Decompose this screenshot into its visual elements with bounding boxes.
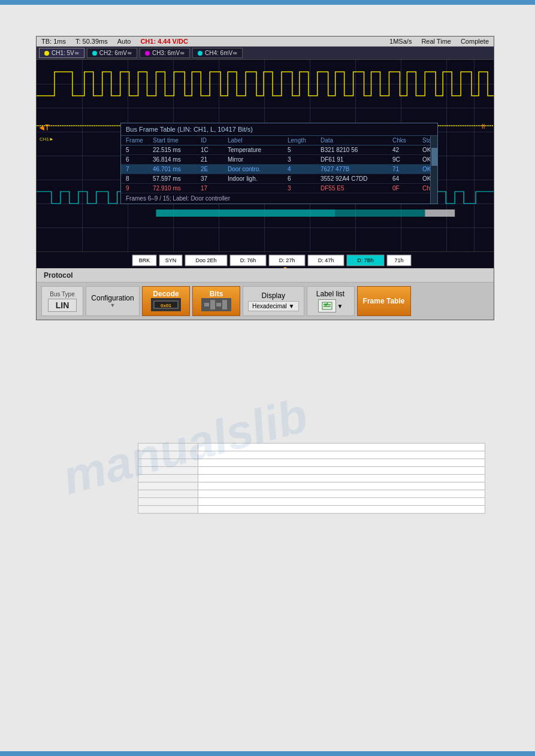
channel-tabs: CH1: 5V≃ CH2: 6mV≃ CH3: 6mV≃ CH4: 6mV≃ bbox=[37, 47, 494, 60]
svg-rect-5 bbox=[425, 210, 455, 217]
bus-table-title: Bus Frame Table (LIN: CH1, L, 10417 Bit/… bbox=[121, 123, 437, 136]
svg-text:BRK: BRK bbox=[139, 257, 150, 263]
svg-rect-4 bbox=[335, 210, 425, 217]
ch3-dot bbox=[145, 51, 150, 56]
bus-frame-table: Bus Frame Table (LIN: CH1, L, 10417 Bit/… bbox=[120, 123, 438, 204]
svg-rect-28 bbox=[216, 303, 221, 306]
data-table bbox=[138, 443, 485, 514]
table-row bbox=[138, 459, 485, 467]
table-row bbox=[138, 444, 485, 451]
decode-label: Decode bbox=[153, 290, 179, 298]
bottom-bar bbox=[0, 751, 535, 756]
decode-area: BRK SYN Doo 2Eh D: 76h D: 27h D: 47h D: … bbox=[37, 251, 494, 268]
display-button[interactable]: Display Hexadecimal ▼ bbox=[243, 286, 304, 316]
ch2-dot bbox=[92, 51, 97, 56]
t-label: T: 50.39ms bbox=[75, 38, 108, 45]
bus-table-footer: Frames 6–9 / 15; Label: Door controller bbox=[121, 193, 437, 204]
svg-text:D: 7Bh: D: 7Bh bbox=[357, 257, 374, 263]
table-row: 6 36.814 ms 21 Mirror 3 DF61 91 9C OK bbox=[121, 155, 437, 165]
svg-text:0x01: 0x01 bbox=[161, 303, 171, 308]
bus-table-header: Frame Start time ID Label Length Data Ch… bbox=[121, 136, 437, 145]
svg-text:II: II bbox=[482, 123, 485, 130]
mode-label: Auto bbox=[117, 38, 131, 45]
ch2-tab[interactable]: CH2: 6mV≃ bbox=[87, 48, 137, 58]
ch3-tab-label: CH3: 6mV≃ bbox=[152, 50, 185, 56]
time-mode: Real Time bbox=[421, 38, 451, 45]
frame-table-label: Frame Table bbox=[363, 297, 405, 305]
table-row-highlighted: 7 46.701 ms 2E Door contro. 4 7627 477B … bbox=[121, 165, 437, 174]
waveform-area: ◄T CH1► II ◄T Bus Frame Table (LIN: CH1,… bbox=[37, 60, 494, 251]
protocol-label: Protocol bbox=[37, 268, 494, 283]
table-section bbox=[138, 443, 485, 514]
table-row bbox=[138, 451, 485, 459]
frame-table-button[interactable]: Frame Table bbox=[357, 286, 411, 316]
label-list-arrow: ▼ bbox=[337, 303, 343, 309]
ch1-tab-label: CH1: 5V≃ bbox=[52, 50, 79, 56]
label-list-icon-area: ▼ bbox=[318, 299, 343, 312]
status-bar: TB: 1ms T: 50.39ms Auto CH1: 4.44 V/DC 1… bbox=[37, 37, 494, 47]
svg-rect-29 bbox=[222, 300, 227, 309]
bits-button[interactable]: Bits bbox=[192, 286, 240, 316]
protocol-buttons: Bus Type LIN Configuration ▼ Decode 0x01 bbox=[37, 283, 494, 320]
svg-text:D: 76h: D: 76h bbox=[240, 257, 256, 263]
ch4-dot bbox=[198, 51, 202, 56]
bus-type-label: Bus Type bbox=[50, 291, 75, 297]
decode-icon: 0x01 bbox=[151, 298, 181, 311]
table-row bbox=[138, 475, 485, 482]
table-row bbox=[138, 467, 485, 475]
sample-rate: 1MSa/s bbox=[389, 38, 412, 45]
label-list-label: Label list bbox=[316, 290, 344, 298]
configuration-label: Configuration bbox=[91, 294, 134, 302]
svg-rect-26 bbox=[204, 303, 209, 306]
table-scrollbar[interactable] bbox=[430, 136, 437, 204]
display-value: Hexadecimal ▼ bbox=[248, 301, 299, 311]
ch1-tab[interactable]: CH1: 5V≃ bbox=[39, 48, 84, 58]
table-row: 5 22.515 ms 1C Temperature 5 B321 8210 5… bbox=[121, 145, 437, 155]
ch4-tab[interactable]: CH4: 6mV≃ bbox=[192, 48, 243, 58]
bus-type-button[interactable]: Bus Type LIN bbox=[41, 286, 83, 316]
decode-svg: BRK SYN Doo 2Eh D: 76h D: 27h D: 47h D: … bbox=[37, 252, 495, 269]
svg-text:D: 47h: D: 47h bbox=[318, 257, 334, 263]
ch4-tab-label: CH4: 6mV≃ bbox=[205, 50, 237, 56]
table-row: 8 57.597 ms 37 Indoor ligh. 6 3552 92A4 … bbox=[121, 174, 437, 184]
svg-text:CH1►: CH1► bbox=[40, 136, 54, 142]
bits-icon bbox=[201, 298, 231, 311]
ch3-tab[interactable]: CH3: 6mV≃ bbox=[140, 48, 190, 58]
status-label: Complete bbox=[461, 38, 489, 45]
ch1-dot bbox=[44, 51, 49, 56]
bits-label: Bits bbox=[210, 290, 223, 298]
ch2-tab-label: CH2: 6mV≃ bbox=[99, 50, 132, 56]
decode-button[interactable]: Decode 0x01 bbox=[142, 286, 190, 316]
svg-text:71h: 71h bbox=[394, 257, 403, 263]
protocol-panel: Protocol Bus Type LIN Configuration ▼ De… bbox=[37, 268, 494, 320]
oscilloscope-panel: TB: 1ms T: 50.39ms Auto CH1: 4.44 V/DC 1… bbox=[36, 36, 494, 320]
label-list-button[interactable]: Label list ▼ bbox=[307, 286, 355, 316]
scrollbar-thumb bbox=[431, 148, 437, 166]
svg-text:D: 27h: D: 27h bbox=[279, 257, 295, 263]
svg-text:SYN: SYN bbox=[165, 257, 177, 263]
config-arrow: ▼ bbox=[110, 302, 116, 308]
table-row bbox=[138, 482, 485, 490]
bus-type-value: LIN bbox=[48, 299, 77, 312]
top-bar bbox=[0, 0, 535, 5]
table-row bbox=[138, 498, 485, 506]
svg-rect-27 bbox=[210, 300, 215, 309]
tb-label: TB: 1ms bbox=[41, 38, 66, 45]
display-label: Display bbox=[262, 292, 285, 300]
table-row bbox=[138, 490, 485, 498]
ch1-value: CH1: 4.44 V/DC bbox=[140, 38, 188, 45]
label-list-icon bbox=[318, 299, 336, 312]
table-row-error: 9 72.910 ms 17 3 DF55 E5 0F Chks bbox=[121, 184, 437, 193]
table-row bbox=[138, 506, 485, 514]
configuration-button[interactable]: Configuration ▼ bbox=[86, 286, 140, 316]
trigger-marker: ◄T bbox=[38, 123, 49, 132]
svg-text:Doo 2Eh: Doo 2Eh bbox=[195, 257, 216, 263]
svg-rect-3 bbox=[156, 210, 335, 217]
